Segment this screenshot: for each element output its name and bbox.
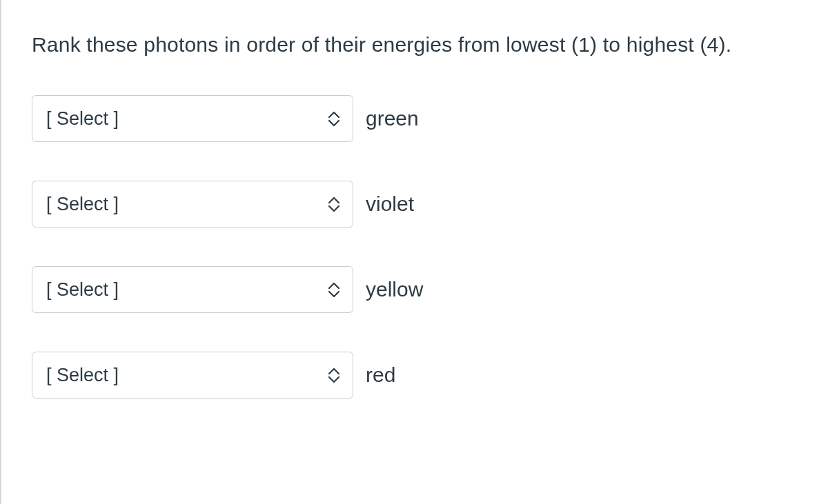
select-rank-red[interactable]: [ Select ] (32, 352, 353, 399)
ranking-row: [ Select ] yellow (32, 266, 828, 313)
select-rank-violet[interactable]: [ Select ] (32, 181, 353, 228)
chevron-up-down-icon (328, 283, 340, 297)
photon-label-violet: violet (366, 192, 414, 216)
ranking-rows: [ Select ] green [ Select ] violet [ Sel… (32, 95, 828, 399)
ranking-row: [ Select ] red (32, 352, 828, 399)
photon-label-yellow: yellow (366, 278, 423, 301)
select-rank-yellow[interactable]: [ Select ] (32, 266, 353, 313)
select-placeholder: [ Select ] (46, 279, 119, 301)
question-prompt: Rank these photons in order of their ene… (32, 33, 828, 57)
chevron-up-down-icon (328, 112, 340, 126)
select-placeholder: [ Select ] (46, 365, 119, 386)
ranking-row: [ Select ] violet (32, 181, 828, 228)
select-placeholder: [ Select ] (46, 194, 119, 215)
chevron-up-down-icon (328, 197, 340, 212)
photon-label-red: red (366, 363, 395, 387)
select-rank-green[interactable]: [ Select ] (32, 95, 353, 142)
photon-label-green: green (366, 107, 419, 130)
select-placeholder: [ Select ] (46, 108, 119, 130)
question-container: Rank these photons in order of their ene… (0, 0, 828, 504)
chevron-up-down-icon (328, 368, 340, 383)
ranking-row: [ Select ] green (32, 95, 828, 142)
